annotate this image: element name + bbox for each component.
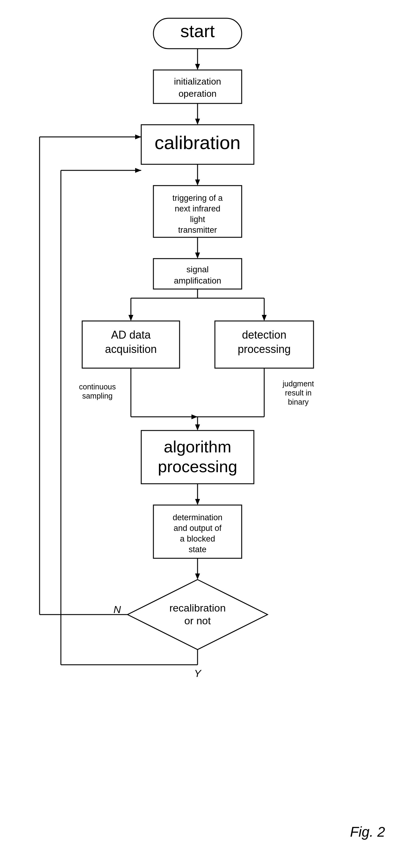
svg-text:processing: processing	[158, 457, 237, 475]
svg-text:and output of: and output of	[174, 524, 222, 533]
continuous-sampling-label: continuous	[79, 382, 116, 391]
svg-marker-9	[195, 180, 200, 186]
start-label: start	[180, 21, 215, 41]
detection-label: detection	[242, 329, 286, 341]
judgment-result-label: judgment	[283, 379, 314, 388]
svg-marker-34	[192, 414, 198, 419]
svg-marker-59	[135, 168, 141, 173]
svg-text:transmitter: transmitter	[178, 225, 217, 235]
svg-text:state: state	[189, 545, 207, 554]
fig-label: Fig. 2	[350, 824, 385, 840]
svg-marker-24	[262, 315, 267, 321]
svg-marker-2	[195, 64, 200, 70]
svg-text:amplification: amplification	[174, 276, 221, 285]
svg-text:light: light	[190, 215, 205, 224]
svg-text:processing: processing	[238, 343, 291, 355]
svg-marker-15	[195, 252, 200, 258]
svg-marker-6	[195, 119, 200, 125]
svg-text:acquisition: acquisition	[105, 343, 157, 355]
signal-amp-label: signal	[186, 265, 208, 274]
svg-marker-38	[195, 425, 200, 431]
svg-text:binary: binary	[288, 398, 309, 406]
flowchart: start initialization operation calibrati…	[0, 0, 410, 868]
svg-text:operation: operation	[178, 89, 216, 99]
init-label: initialization	[174, 76, 221, 86]
ad-data-label: AD data	[111, 329, 151, 341]
svg-marker-42	[195, 499, 200, 505]
svg-marker-54	[135, 134, 141, 140]
svg-text:result in: result in	[285, 389, 312, 397]
trigger-label: triggering of a	[172, 193, 223, 203]
y-label: Y	[194, 668, 202, 679]
svg-text:next infrared: next infrared	[175, 204, 221, 213]
svg-marker-48	[195, 574, 200, 580]
svg-text:sampling: sampling	[82, 392, 113, 400]
algorithm-label: algorithm	[164, 437, 231, 456]
determination-label: determination	[173, 513, 223, 522]
svg-text:or not: or not	[184, 615, 211, 626]
svg-text:a blocked: a blocked	[180, 534, 215, 544]
calibration-label: calibration	[155, 132, 241, 153]
n-label: N	[114, 603, 121, 615]
recalibration-label: recalibration	[169, 602, 226, 614]
svg-marker-49	[127, 580, 268, 650]
svg-marker-21	[128, 315, 133, 321]
